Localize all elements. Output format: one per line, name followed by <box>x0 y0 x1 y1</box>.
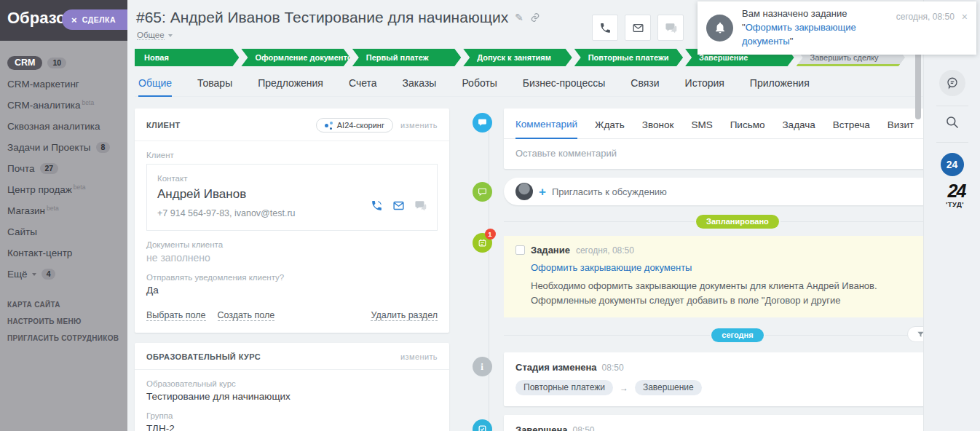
composer-tab-visit[interactable]: Визит <box>888 119 914 138</box>
tab-quotes[interactable]: Предложения <box>258 77 323 96</box>
tab-apps[interactable]: Приложения <box>750 77 810 96</box>
notification-text: Вам назначено задание "Оформить закрываю… <box>742 7 896 49</box>
header-actions <box>592 15 684 41</box>
contact-card: Контакт Андрей Иванов +7 914 564-97-83, … <box>146 164 438 231</box>
sidebar-item-e2e-analytics[interactable]: Сквозная аналитика <box>7 116 127 137</box>
more-counter-badge: 4 <box>42 269 56 280</box>
tab-invoices[interactable]: Счета <box>349 77 377 96</box>
tab-links[interactable]: Связи <box>631 77 659 96</box>
create-field-link[interactable]: Создать поле <box>218 310 275 321</box>
task-checkbox[interactable] <box>515 245 525 255</box>
invite-employees-link[interactable]: ПРИГЛАСИТЬ СОТРУДНИКОВ <box>7 330 127 347</box>
info-icon: i <box>473 357 492 376</box>
brand-logo[interactable]: 24 'ТУД' <box>924 182 980 208</box>
plus-icon: + <box>539 186 546 198</box>
avatar <box>515 183 533 200</box>
composer-tab-meeting[interactable]: Встреча <box>833 119 870 138</box>
task-time: сегодня, 08:50 <box>576 245 634 256</box>
email-contact-icon[interactable] <box>392 199 405 212</box>
chat-button[interactable] <box>657 15 684 41</box>
composer-tab-sms[interactable]: SMS <box>691 119 712 138</box>
deal-slider-chip[interactable]: × СДЕЛКА <box>62 9 127 30</box>
notification-task-link[interactable]: Оформить закрывающие документы <box>742 22 856 47</box>
edit-title-icon[interactable]: ✎ <box>515 12 523 23</box>
configure-menu-link[interactable]: НАСТРОИТЬ МЕНЮ <box>7 313 127 330</box>
composer-tab-call[interactable]: Звонок <box>642 119 674 138</box>
course-edit-link[interactable]: изменить <box>400 352 438 361</box>
contact-info: +7 914 564-97-83, ivanov@test.ru <box>157 208 371 218</box>
contact-label: Контакт <box>157 174 371 183</box>
stage-changed-entry: Стадия изменена 08:50 Повторные платежи … <box>504 352 971 406</box>
client-edit-link[interactable]: изменить <box>400 121 438 130</box>
planned-badge: Запланировано <box>696 215 779 229</box>
contact-name[interactable]: Андрей Иванов <box>157 187 371 202</box>
sidebar-item-contact-center[interactable]: Контакт-центр <box>7 242 127 264</box>
course-panel: ОБРАЗОВАТЕЛЬНЫЙ КУРС изменить Образовате… <box>135 343 449 431</box>
task-entry: Задание сегодня, 08:50 Оформить закрываю… <box>504 236 971 317</box>
tab-orders[interactable]: Заказы <box>403 77 437 96</box>
sidebar-item-crm-marketing[interactable]: CRM-маркетинг <box>7 74 127 95</box>
sidebar-item-sites[interactable]: Сайты <box>7 221 127 242</box>
notification-time: сегодня, 08:50 <box>896 12 955 22</box>
course-panel-title: ОБРАЗОВАТЕЛЬНЫЙ КУРС <box>146 352 261 361</box>
messenger-icon[interactable] <box>939 70 965 96</box>
comment-icon <box>473 113 492 133</box>
right-toolbar: 1 24 24 'ТУД' <box>923 0 980 431</box>
composer-tab-email[interactable]: Письмо <box>730 119 765 138</box>
field-value: ТДН-2 <box>146 423 438 431</box>
composer-tabs: Комментарий Ждать Звонок SMS Письмо Зада… <box>504 108 971 139</box>
stage-recurring-payments[interactable]: Повторные платежи <box>574 49 683 66</box>
task-title-link[interactable]: Оформить закрывающие документы <box>531 262 692 273</box>
close-icon[interactable]: × <box>71 15 77 25</box>
app-root: Образова × СДЕЛКА CRM10 CRM-маркетинг CR… <box>0 0 980 431</box>
client-panel-title: КЛИЕНТ <box>146 121 181 130</box>
tab-products[interactable]: Товары <box>197 77 232 96</box>
chat-contact-icon[interactable] <box>414 199 427 212</box>
field-value: Тестирование для начинающих <box>146 391 438 402</box>
task-description: Необходимо оформить закрывающие документ… <box>531 279 928 307</box>
stage-admission[interactable]: Допуск к занятиям <box>463 49 572 66</box>
call-contact-icon[interactable] <box>371 199 383 212</box>
sidebar: Образова × СДЕЛКА CRM10 CRM-маркетинг CR… <box>0 0 127 431</box>
select-field-link[interactable]: Выбрать поле <box>146 310 206 321</box>
sidebar-item-crm[interactable]: CRM10 <box>7 52 127 74</box>
search-icon[interactable] <box>945 115 960 133</box>
delete-section-link[interactable]: Удалить раздел <box>371 310 438 321</box>
copy-link-icon[interactable] <box>530 12 540 23</box>
sidebar-item-sales-center[interactable]: Центр продажbeta <box>7 179 127 200</box>
sidebar-item-tasks[interactable]: Задачи и Проекты8 <box>7 137 127 158</box>
chevron-down-icon <box>32 273 36 276</box>
tab-business-processes[interactable]: Бизнес-процессы <box>523 77 605 96</box>
deal-category-selector[interactable]: Общее <box>137 31 165 40</box>
bitrix24-badge[interactable]: 24 <box>941 153 964 176</box>
bell-icon <box>706 15 733 41</box>
tab-general[interactable]: Общие <box>138 77 172 97</box>
stage-paperwork[interactable]: Оформление документов <box>241 49 349 66</box>
timeline: Комментарий Ждать Звонок SMS Письмо Зада… <box>460 108 980 431</box>
sidebar-item-mail[interactable]: Почта27 <box>7 158 127 179</box>
stage-first-payment[interactable]: Первый платеж <box>352 49 461 66</box>
comment-input[interactable]: Оставьте комментарий <box>504 139 971 169</box>
field-label: Отправлять уведомления клиенту? <box>146 273 438 282</box>
sitemap-link[interactable]: КАРТА САЙТА <box>7 296 127 313</box>
tab-history[interactable]: История <box>685 77 724 96</box>
sidebar-item-shop[interactable]: Магазинbeta <box>7 200 127 221</box>
invite-to-discussion[interactable]: + Пригласить к обсуждению <box>504 178 971 205</box>
field-label: Документы клиента <box>146 240 438 249</box>
call-button[interactable] <box>592 15 618 41</box>
composer-tab-comment[interactable]: Комментарий <box>515 119 577 139</box>
sidebar-item-crm-analytics[interactable]: CRM-аналитикаbeta <box>7 95 127 116</box>
composer-tab-wait[interactable]: Ждать <box>595 119 625 138</box>
crm-counter-badge: 10 <box>47 58 66 68</box>
stage-to-chip: Завершение <box>635 380 702 395</box>
composer-tab-task[interactable]: Задача <box>782 119 815 138</box>
notification-toast: Вам назначено задание "Оформить закрываю… <box>698 1 976 55</box>
stage-from-chip: Повторные платежи <box>515 380 613 395</box>
stage-new[interactable]: Новая <box>135 49 239 66</box>
tab-robots[interactable]: Роботы <box>462 77 497 96</box>
sidebar-item-more[interactable]: Ещё4 <box>7 264 127 285</box>
close-icon[interactable]: × <box>962 12 968 22</box>
email-button[interactable] <box>625 15 651 41</box>
deal-fields-column: КЛИЕНТ AI24-скоринг изменить Клиент <box>135 108 449 431</box>
ai-scoring-button[interactable]: AI24-скоринг <box>316 118 393 133</box>
